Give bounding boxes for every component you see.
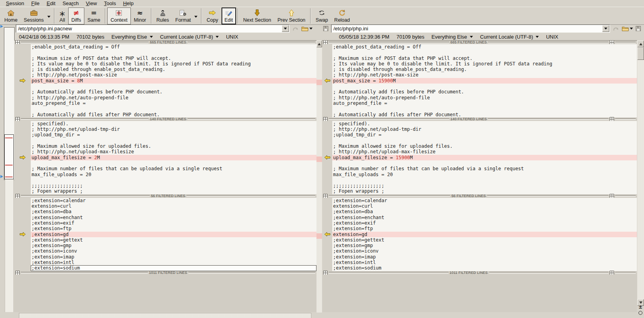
toolbar-button-sessions[interactable]: Sessions xyxy=(20,7,47,24)
left-path-dropdown-button[interactable] xyxy=(282,25,289,32)
copy-to-right-arrow-icon[interactable] xyxy=(19,78,26,83)
line-text[interactable]: ; http://php.net/auto-prepend-file xyxy=(31,95,316,100)
scrollbar-track[interactable] xyxy=(316,47,322,312)
line-text[interactable]: ; Maximum allowed size for uploaded file… xyxy=(31,143,316,149)
line-text[interactable]: ;enable_post_data_reading = Off xyxy=(332,44,637,50)
line-text[interactable]: ; Automatically add files after PHP docu… xyxy=(332,112,637,117)
menu-view[interactable]: View xyxy=(82,0,101,6)
line-text[interactable] xyxy=(332,160,637,166)
menu-session[interactable]: Session xyxy=(2,0,28,6)
line-text[interactable]: ;extension=ftp xyxy=(31,226,316,231)
line-text[interactable]: post_max_size = 8M xyxy=(31,78,316,84)
line-text[interactable]: ;;;;;;;;;;;;;;;;;; xyxy=(332,183,637,188)
line-text[interactable]: ; Maximum size of POST data that PHP wil… xyxy=(31,56,316,61)
line-text[interactable]: ;upload_tmp_dir = xyxy=(332,132,637,138)
line-text[interactable]: ;enable_post_data_reading = Off xyxy=(31,44,316,50)
line-text[interactable]: ; specified). xyxy=(31,121,316,126)
line-text[interactable]: ; Fopen wrappers ; xyxy=(31,188,316,194)
line-text[interactable] xyxy=(332,50,637,55)
line-text[interactable]: extension=curl xyxy=(31,203,316,209)
menu-edit[interactable]: Edit xyxy=(43,0,59,6)
line-text[interactable]: ;extension=gettext xyxy=(31,237,316,243)
line-text[interactable]: ;extension=dba xyxy=(31,209,316,214)
line-text[interactable]: ; Its value may be 0 to disable the limi… xyxy=(31,61,316,67)
line-text[interactable]: ;extension=gd xyxy=(31,232,316,237)
line-text[interactable]: ; Automatically add files before PHP doc… xyxy=(31,89,316,95)
left-revert-icon[interactable] xyxy=(292,26,299,32)
line-text[interactable]: ; Its value may be 0 to disable the limi… xyxy=(332,61,637,67)
copy-to-right-arrow-icon[interactable] xyxy=(19,155,26,160)
line-text[interactable]: ; http://php.net/upload-tmp-dir xyxy=(332,126,637,132)
line-text[interactable]: ;extension=gmp xyxy=(332,243,637,248)
right-diff-pane[interactable]: 665 FILTERED LINES;enable_post_data_read… xyxy=(322,40,637,312)
line-text[interactable]: ;extension=calendar xyxy=(332,198,637,203)
line-text[interactable]: ; Automatically add files before PHP doc… xyxy=(332,89,637,95)
line-text[interactable]: ;extension=imap xyxy=(332,254,637,260)
line-text[interactable]: ; Maximum size of POST data that PHP wil… xyxy=(332,56,637,61)
line-text[interactable]: upload_max_filesize = 15900M xyxy=(332,155,637,160)
line-text[interactable]: extension=gd xyxy=(332,232,637,237)
toolbar-button-reload[interactable]: Reload xyxy=(331,7,353,24)
menu-tools[interactable]: Tools xyxy=(101,0,119,6)
copy-to-left-arrow-icon[interactable] xyxy=(324,232,331,237)
save-left-file-icon[interactable] xyxy=(323,26,329,32)
copy-to-left-arrow-icon[interactable] xyxy=(324,78,331,83)
line-text[interactable] xyxy=(31,160,316,166)
line-text[interactable]: ; specified). xyxy=(332,121,637,126)
line-text[interactable]: ; http://php.net/auto-prepend-file xyxy=(332,95,637,100)
left-filter-dropdown[interactable]: Everything Else xyxy=(112,34,153,40)
line-text[interactable]: ;extension=iconv xyxy=(31,248,316,254)
right-vertical-scrollbar[interactable] xyxy=(637,41,644,304)
right-revert-icon[interactable] xyxy=(612,26,619,32)
line-text[interactable]: ; http://php.net/post-max-size xyxy=(332,72,637,78)
save-right-file-icon[interactable] xyxy=(635,26,641,32)
line-text[interactable]: ;extension=gmp xyxy=(31,243,316,248)
left-vertical-scrollbar[interactable] xyxy=(316,41,322,312)
toolbar-button-format[interactable]: Format xyxy=(172,7,194,24)
left-diff-pane[interactable]: 665 FILTERED LINES;enable_post_data_read… xyxy=(14,40,316,312)
line-text[interactable]: ; http://php.net/upload-max-filesize xyxy=(31,149,316,154)
toolbar-dropdown-sessions[interactable] xyxy=(47,7,52,24)
line-text[interactable]: ;extension=sodium xyxy=(332,265,637,271)
line-text[interactable]: max_file_uploads = 20 xyxy=(332,172,637,177)
toolbar-button-context[interactable]: Context xyxy=(107,7,130,24)
left-horizontal-scrollbar[interactable] xyxy=(19,313,311,318)
toolbar-button-same[interactable]: =Same xyxy=(84,7,104,24)
overview-viewport-box[interactable] xyxy=(4,134,14,179)
line-text[interactable]: ; is disabled through enable_post_data_r… xyxy=(332,67,637,72)
line-text[interactable] xyxy=(332,177,637,183)
right-path-dropdown-button[interactable] xyxy=(602,25,609,32)
line-text[interactable]: ;extension=ftp xyxy=(332,226,637,231)
line-text[interactable]: ; http://php.net/upload-max-filesize xyxy=(332,149,637,154)
toolbar-button-copy[interactable]: Copy xyxy=(203,7,221,24)
left-encoding-dropdown[interactable]: Current Locale (UTF-8) xyxy=(160,34,219,40)
line-text[interactable]: ; is disabled through enable_post_data_r… xyxy=(31,67,316,72)
right-path-combobox[interactable]: /etc/php/php.ini xyxy=(331,24,610,33)
line-text[interactable] xyxy=(332,106,637,112)
circle-icon[interactable] xyxy=(638,311,642,315)
scroll-up-button[interactable] xyxy=(316,41,322,47)
line-text[interactable]: ; Fopen wrappers ; xyxy=(332,188,637,194)
line-text[interactable]: ; Maximum number of files that can be up… xyxy=(332,166,637,171)
line-text[interactable]: auto_prepend_file = xyxy=(332,100,637,106)
line-text[interactable]: upload_max_filesize = 2M xyxy=(31,155,316,160)
diff-overview-column[interactable] xyxy=(0,24,14,318)
line-text[interactable]: auto_prepend_file = xyxy=(31,100,316,106)
copy-to-left-arrow-icon[interactable] xyxy=(324,155,331,160)
line-text[interactable]: ;extension=gettext xyxy=(332,237,637,243)
line-text[interactable] xyxy=(332,84,637,89)
toolbar-dropdown-format[interactable] xyxy=(194,7,199,24)
toolbar-button-rules[interactable]: Rules xyxy=(153,7,172,24)
copy-to-right-arrow-icon[interactable] xyxy=(19,232,26,237)
line-text[interactable]: ;extension=exif xyxy=(31,220,316,226)
line-text[interactable]: ;extension=dba xyxy=(332,209,637,214)
line-text[interactable]: extension=curl xyxy=(332,203,637,209)
line-text[interactable]: ;;;;;;;;;;;;;;;;;; xyxy=(31,183,316,188)
right-filter-dropdown[interactable]: Everything Else xyxy=(432,34,473,40)
scrollbar-track[interactable] xyxy=(637,47,644,299)
line-text[interactable]: ;extension=intl xyxy=(31,260,316,265)
toolbar-button-minor[interactable]: ≈Minor xyxy=(131,7,149,24)
line-text[interactable] xyxy=(31,177,316,183)
toolbar-button-swap[interactable]: Swap xyxy=(313,7,331,24)
line-text[interactable] xyxy=(31,106,316,112)
